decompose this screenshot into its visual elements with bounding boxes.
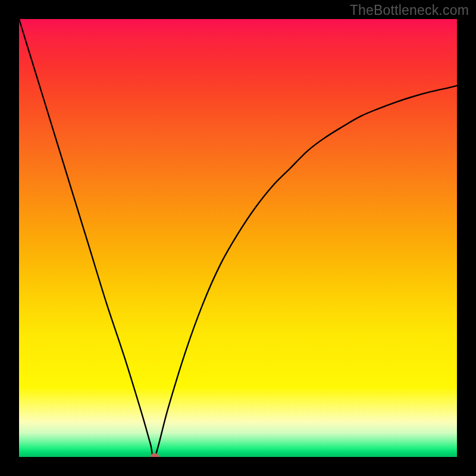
bottleneck-curve [19,19,457,457]
plot-area [19,19,457,457]
optimal-point-marker [151,453,159,457]
watermark-label: TheBottleneck.com [350,2,469,18]
curve-svg [19,19,457,457]
chart-container: TheBottleneck.com [0,0,476,476]
